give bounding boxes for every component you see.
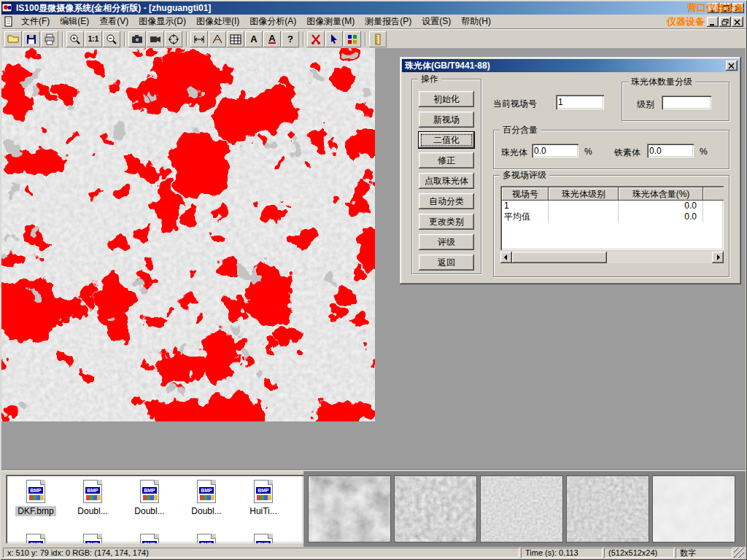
mdi-restore-button[interactable] — [719, 17, 731, 27]
cell-content: 0.0 — [619, 211, 703, 222]
scrollbar-thumb[interactable] — [512, 252, 607, 263]
grid-table-button[interactable] — [227, 31, 244, 47]
new-field-button[interactable]: 新视场 — [419, 112, 474, 128]
current-field-label: 当前视场号 — [493, 98, 537, 110]
file-item[interactable]: BMP — [178, 532, 235, 543]
file-item-dkf[interactable]: BMP DKF.bmp — [7, 478, 64, 532]
save-button[interactable] — [23, 31, 40, 47]
menu-image-process[interactable]: 图像处理(I) — [191, 14, 244, 29]
menu-view[interactable]: 查看(V) — [94, 14, 133, 29]
menu-help[interactable]: 帮助(H) — [456, 14, 496, 29]
palette-icon — [347, 34, 358, 45]
thumbnail-5[interactable] — [652, 475, 735, 542]
ruler-tool-button[interactable] — [369, 31, 387, 47]
capture-target-button[interactable] — [165, 31, 182, 47]
ferrite-percent-input[interactable] — [647, 144, 694, 158]
operation-group-label: 操作 — [418, 74, 441, 84]
pointer-tool-button[interactable] — [325, 31, 343, 47]
file-name: Doubl... — [132, 506, 166, 516]
bmp-file-icon: BMP — [26, 480, 45, 503]
multi-field-group-label: 多视场评级 — [500, 170, 549, 180]
grade-button[interactable]: 评级 — [419, 234, 474, 250]
toolbar-separator — [365, 32, 366, 47]
zoom-in-button[interactable] — [66, 31, 84, 47]
measure-length-button[interactable] — [190, 31, 208, 47]
video-capture-button[interactable] — [147, 31, 164, 47]
menu-edit[interactable]: 编辑(E) — [55, 14, 94, 29]
target-icon — [168, 34, 179, 45]
scroll-right-button[interactable] — [712, 252, 724, 263]
grade-input[interactable] — [662, 96, 711, 109]
mdi-minimize-button[interactable] — [707, 17, 719, 27]
print-button[interactable] — [41, 31, 58, 47]
dialog-title: 珠光体(GB/T9441-88) — [405, 60, 490, 72]
menu-image-display[interactable]: 图像显示(D) — [133, 14, 191, 29]
status-position: x: 510 y: 79 idx: 0 RGB: (174, 174, 174) — [3, 548, 519, 558]
open-button[interactable] — [4, 31, 22, 47]
table-row[interactable]: 平均值 0.0 — [502, 211, 724, 222]
file-item[interactable]: BMP Doubl... — [178, 478, 235, 532]
file-item[interactable]: BMP — [235, 532, 292, 543]
scissors-icon — [310, 34, 322, 45]
dialog-close-icon — [728, 63, 735, 69]
cut-button[interactable] — [307, 31, 325, 47]
file-item[interactable]: BMP — [64, 532, 121, 543]
file-item[interactable]: BMP — [7, 532, 64, 543]
file-item[interactable]: BMP — [121, 532, 178, 543]
initialize-button[interactable]: 初始化 — [419, 91, 474, 107]
binarize-button[interactable]: 二值化 — [419, 132, 474, 148]
table-horizontal-scrollbar[interactable] — [500, 252, 724, 263]
file-item[interactable]: BMP Doubl... — [64, 478, 121, 532]
zoom-out-button[interactable] — [103, 31, 120, 47]
menu-file[interactable]: 文件(F) — [16, 14, 55, 29]
col-header-content[interactable]: 珠光体含量(%) — [619, 187, 703, 201]
mdi-minimize-icon — [709, 19, 716, 26]
table-row[interactable]: 1 0.0 — [502, 201, 724, 211]
change-class-button[interactable]: 更改类别 — [419, 214, 474, 230]
thumbnail-4[interactable] — [566, 475, 649, 542]
current-field-input[interactable] — [556, 95, 604, 109]
multi-field-group: 多视场评级 视场号 珠光体级别 珠光体含量(%) 铁素体 1 0.0 — [493, 175, 729, 277]
thumbnail-1[interactable] — [308, 475, 391, 542]
scroll-left-button[interactable] — [500, 252, 512, 263]
actual-size-label: 1:1 — [88, 35, 98, 43]
camera-button[interactable] — [128, 31, 146, 47]
actual-size-button[interactable]: 1:1 — [85, 31, 102, 47]
auto-classify-button[interactable]: 自动分类 — [419, 193, 474, 209]
thumbnail-3[interactable] — [480, 475, 563, 542]
mdi-close-button[interactable] — [732, 17, 743, 27]
col-header-ferrite[interactable]: 铁素体 — [703, 187, 724, 201]
status-mode: 数字 — [676, 548, 732, 558]
zoom-out-icon — [106, 34, 117, 45]
palette-button[interactable] — [344, 31, 361, 47]
pick-pearlite-button[interactable]: 点取珠光体 — [419, 173, 474, 189]
menu-image-measure[interactable]: 图像测量(M) — [301, 14, 360, 29]
thumbnail-strip — [303, 471, 746, 548]
file-item[interactable]: BMP Doubl... — [121, 478, 178, 532]
text-tool-button[interactable]: A — [245, 31, 263, 47]
cell-ferrite — [703, 201, 724, 211]
status-image-size: (512x512x24) — [604, 548, 674, 558]
menu-measure-report[interactable]: 测量报告(P) — [360, 14, 417, 29]
file-list: BMP DKF.bmp BMP Doubl... BMP Doubl... BM… — [6, 475, 303, 543]
file-item[interactable]: BMP HuiTi... — [235, 478, 292, 532]
col-header-grade[interactable]: 珠光体级别 — [549, 187, 619, 201]
dialog-title-bar[interactable]: 珠光体(GB/T9441-88) — [402, 59, 739, 72]
dialog-close-button[interactable] — [726, 61, 738, 71]
menu-settings[interactable]: 设置(S) — [417, 14, 456, 29]
title-bar[interactable]: IS100显微摄像系统(金相分析版) - [zhuguangti01] — [1, 1, 746, 15]
thumbnail-2[interactable] — [394, 475, 477, 542]
specimen-image[interactable] — [1, 48, 375, 421]
zoom-in-icon — [69, 34, 81, 45]
file-name: HuiTi... — [247, 506, 279, 516]
pearlite-percent-input[interactable] — [532, 144, 578, 158]
annotate-tool-button[interactable]: A — [263, 31, 281, 47]
correct-button[interactable]: 修正 — [419, 152, 474, 168]
return-button[interactable]: 返回 — [419, 254, 474, 271]
col-header-field[interactable]: 视场号 — [502, 187, 549, 201]
measure-angle-button[interactable] — [209, 31, 226, 47]
resize-grip[interactable] — [734, 548, 744, 558]
menu-image-analyze[interactable]: 图像分析(A) — [244, 14, 301, 29]
status-time: Time (s): 0.113 — [521, 548, 603, 558]
help-button[interactable]: ? — [282, 31, 299, 47]
